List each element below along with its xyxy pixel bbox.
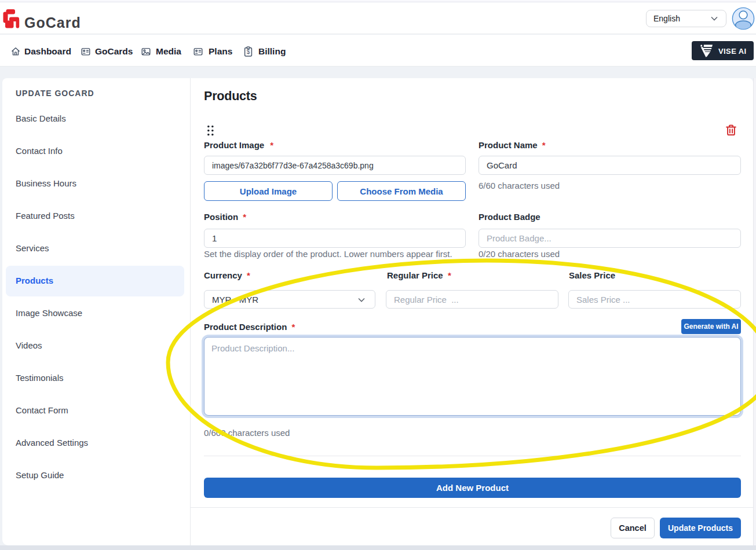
svg-text:$: $ (247, 49, 250, 55)
